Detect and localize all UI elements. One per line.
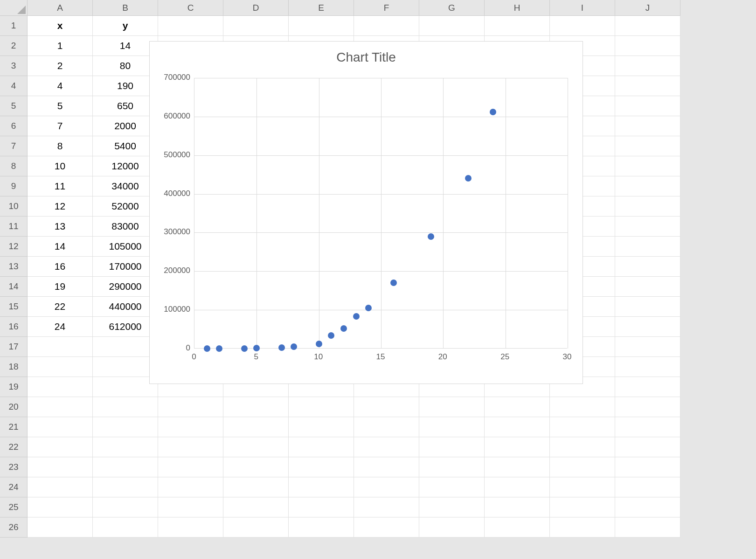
chart-data-point[interactable] — [328, 332, 334, 339]
row-header-10[interactable]: 10 — [0, 196, 28, 217]
row-header-3[interactable]: 3 — [0, 56, 28, 76]
cell-C24[interactable] — [158, 477, 223, 497]
column-header-A[interactable]: A — [28, 0, 93, 16]
cell-J10[interactable] — [615, 196, 680, 217]
cell-A20[interactable] — [28, 397, 93, 417]
chart-data-point[interactable] — [241, 345, 248, 352]
cell-D26[interactable] — [223, 517, 289, 538]
cell-A24[interactable] — [28, 477, 93, 497]
cell-I1[interactable] — [550, 16, 615, 36]
cell-F25[interactable] — [354, 497, 419, 517]
cell-J18[interactable] — [615, 357, 680, 377]
cell-C26[interactable] — [158, 517, 223, 538]
row-header-13[interactable]: 13 — [0, 257, 28, 277]
cell-J24[interactable] — [615, 477, 680, 497]
cell-I23[interactable] — [550, 457, 615, 477]
chart-data-point[interactable] — [216, 345, 222, 352]
row-header-18[interactable]: 18 — [0, 357, 28, 377]
column-header-I[interactable]: I — [550, 0, 615, 16]
chart-plot-area[interactable] — [194, 78, 567, 349]
cell-B8[interactable]: 12000 — [93, 156, 158, 176]
column-header-F[interactable]: F — [354, 0, 419, 16]
cell-D21[interactable] — [223, 417, 289, 437]
cell-B17[interactable] — [93, 337, 158, 357]
column-header-H[interactable]: H — [485, 0, 550, 16]
cell-I20[interactable] — [550, 397, 615, 417]
cell-G21[interactable] — [419, 417, 485, 437]
cell-E25[interactable] — [289, 497, 354, 517]
chart-data-point[interactable] — [204, 345, 210, 352]
cell-J11[interactable] — [615, 217, 680, 237]
cell-B11[interactable]: 83000 — [93, 217, 158, 237]
cell-J4[interactable] — [615, 76, 680, 96]
cell-A23[interactable] — [28, 457, 93, 477]
cell-D1[interactable] — [223, 16, 289, 36]
embedded-chart[interactable]: Chart Title01000002000003000004000005000… — [149, 41, 583, 384]
chart-data-point[interactable] — [428, 233, 434, 240]
cell-B16[interactable]: 612000 — [93, 317, 158, 337]
cell-A1[interactable]: x — [28, 16, 93, 36]
cell-I22[interactable] — [550, 437, 615, 457]
cell-B13[interactable]: 170000 — [93, 257, 158, 277]
cell-B3[interactable]: 80 — [93, 56, 158, 76]
chart-data-point[interactable] — [490, 109, 496, 115]
cell-B4[interactable]: 190 — [93, 76, 158, 96]
cell-A12[interactable]: 14 — [28, 237, 93, 257]
cell-B5[interactable]: 650 — [93, 96, 158, 116]
cell-C20[interactable] — [158, 397, 223, 417]
row-header-25[interactable]: 25 — [0, 497, 28, 517]
column-header-E[interactable]: E — [289, 0, 354, 16]
cell-J7[interactable] — [615, 136, 680, 156]
cell-E26[interactable] — [289, 517, 354, 538]
cell-G20[interactable] — [419, 397, 485, 417]
chart-data-point[interactable] — [353, 313, 360, 320]
column-header-C[interactable]: C — [158, 0, 223, 16]
row-header-6[interactable]: 6 — [0, 116, 28, 136]
row-header-26[interactable]: 26 — [0, 517, 28, 538]
row-header-9[interactable]: 9 — [0, 176, 28, 196]
cell-A21[interactable] — [28, 417, 93, 437]
cell-A7[interactable]: 8 — [28, 136, 93, 156]
cell-J6[interactable] — [615, 116, 680, 136]
cell-J2[interactable] — [615, 36, 680, 56]
cell-A25[interactable] — [28, 497, 93, 517]
cell-B18[interactable] — [93, 357, 158, 377]
column-header-D[interactable]: D — [223, 0, 289, 16]
cell-C23[interactable] — [158, 457, 223, 477]
cell-A18[interactable] — [28, 357, 93, 377]
row-header-19[interactable]: 19 — [0, 377, 28, 397]
cell-D22[interactable] — [223, 437, 289, 457]
cell-E21[interactable] — [289, 417, 354, 437]
cell-J13[interactable] — [615, 257, 680, 277]
cell-B14[interactable]: 290000 — [93, 277, 158, 297]
cell-J22[interactable] — [615, 437, 680, 457]
chart-title[interactable]: Chart Title — [150, 42, 583, 65]
cell-D23[interactable] — [223, 457, 289, 477]
chart-data-point[interactable] — [340, 325, 347, 332]
column-header-G[interactable]: G — [419, 0, 485, 16]
cell-F20[interactable] — [354, 397, 419, 417]
row-header-16[interactable]: 16 — [0, 317, 28, 337]
cell-C1[interactable] — [158, 16, 223, 36]
cell-E24[interactable] — [289, 477, 354, 497]
cell-H20[interactable] — [485, 397, 550, 417]
cell-F23[interactable] — [354, 457, 419, 477]
cell-A4[interactable]: 4 — [28, 76, 93, 96]
row-header-12[interactable]: 12 — [0, 237, 28, 257]
cell-H1[interactable] — [485, 16, 550, 36]
cell-A8[interactable]: 10 — [28, 156, 93, 176]
cell-A26[interactable] — [28, 517, 93, 538]
cell-B20[interactable] — [93, 397, 158, 417]
row-header-7[interactable]: 7 — [0, 136, 28, 156]
cell-A11[interactable]: 13 — [28, 217, 93, 237]
cell-J19[interactable] — [615, 377, 680, 397]
cell-B26[interactable] — [93, 517, 158, 538]
cell-A13[interactable]: 16 — [28, 257, 93, 277]
cell-C21[interactable] — [158, 417, 223, 437]
cell-J14[interactable] — [615, 277, 680, 297]
cell-B22[interactable] — [93, 437, 158, 457]
row-header-23[interactable]: 23 — [0, 457, 28, 477]
cell-J21[interactable] — [615, 417, 680, 437]
row-header-15[interactable]: 15 — [0, 297, 28, 317]
cell-I25[interactable] — [550, 497, 615, 517]
